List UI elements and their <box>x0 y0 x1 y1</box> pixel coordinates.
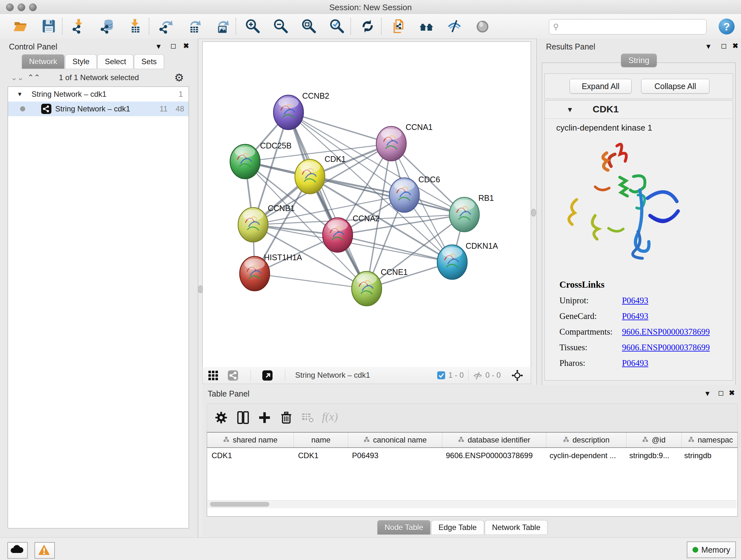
control-panel-close-icon[interactable]: ✖ <box>183 42 189 50</box>
edge-CCNB2-CCNE1[interactable] <box>288 112 367 289</box>
edge-CCNA2-CDKN1A[interactable] <box>338 235 452 262</box>
clone-network-icon[interactable] <box>391 18 406 34</box>
tab-sets[interactable]: Sets <box>134 54 164 69</box>
network-canvas[interactable]: CCNB2CCNA1CDC25BCDK1CDC6RB1CCNB1CCNA2CDK… <box>202 42 531 367</box>
crosslink-link[interactable]: 9606.ENSP00000378699 <box>622 327 710 337</box>
window-title: Session: New Session <box>0 3 741 12</box>
tab-network-table[interactable]: Network Table <box>485 520 548 535</box>
string-home-icon[interactable] <box>419 18 434 34</box>
save-session-icon[interactable] <box>41 18 56 34</box>
expand-all-button[interactable]: Expand All <box>569 79 631 94</box>
node-CCNB1[interactable] <box>238 207 268 242</box>
column-header-shared-name[interactable]: shared name <box>207 433 294 447</box>
open-folder-icon[interactable] <box>13 18 28 34</box>
table-horizontal-scrollbar[interactable] <box>207 500 737 508</box>
table-cell[interactable]: stringdb <box>684 451 711 460</box>
selected-checkbox-icon[interactable] <box>437 371 446 381</box>
network-row-selected[interactable]: String Network – cdk1 11 48 <box>8 102 189 116</box>
tab-select[interactable]: Select <box>97 54 133 69</box>
results-panel-close-icon[interactable]: ✖ <box>732 42 738 50</box>
column-header-label: name <box>311 435 330 444</box>
search-input[interactable] <box>561 22 706 32</box>
node-CDK1[interactable] <box>295 159 325 194</box>
collapse-all-button[interactable]: Collapse All <box>641 79 710 94</box>
export-table-icon[interactable] <box>186 18 202 34</box>
tab-network[interactable]: Network <box>22 54 64 69</box>
delete-column-trash-icon[interactable] <box>279 411 293 425</box>
import-network-icon[interactable] <box>71 18 87 34</box>
zoom-selected-icon[interactable] <box>329 18 345 34</box>
table-cell[interactable]: CDK1 <box>212 451 232 460</box>
column-header-canonical-name[interactable]: canonical name <box>348 433 442 447</box>
table-cell[interactable]: P06493 <box>352 451 379 460</box>
table-cell[interactable]: 9606.ENSP00000378699 <box>446 451 533 460</box>
node-CCNB2[interactable] <box>273 95 304 130</box>
results-panel-menu-icon[interactable]: ▼ <box>705 43 712 51</box>
export-network-icon[interactable] <box>158 18 174 34</box>
control-panel-float-icon[interactable]: ◻ <box>171 42 176 50</box>
left-splitter-handle[interactable] <box>198 286 203 293</box>
help-button[interactable]: ? <box>719 18 735 35</box>
node-CDC6[interactable] <box>389 178 419 212</box>
hidden-eye-icon[interactable] <box>473 371 483 382</box>
network-collection-row[interactable]: ▼ String Network – cdk1 1 <box>8 87 189 102</box>
import-database-icon[interactable] <box>99 18 115 34</box>
column-header-name[interactable]: name <box>294 433 348 447</box>
table-panel-float-icon[interactable]: ◻ <box>718 389 724 397</box>
node-RB1[interactable] <box>449 197 479 232</box>
table-panel-menu-icon[interactable]: ▼ <box>704 389 711 398</box>
crosslink-link[interactable]: 9606.ENSP00000378699 <box>622 343 710 353</box>
warning-button[interactable] <box>35 542 55 559</box>
table-cell[interactable]: cyclin-dependent ... <box>549 451 616 460</box>
node-CDC25B[interactable] <box>230 144 260 179</box>
node-CDKN1A[interactable] <box>437 245 467 279</box>
table-cell[interactable]: stringdb:9... <box>629 451 669 460</box>
collection-expander-icon[interactable]: ▼ <box>17 91 23 98</box>
tab-node-table[interactable]: Node Table <box>377 520 430 535</box>
collapse-entry-icon[interactable]: ▼ <box>566 106 574 114</box>
node-CCNA1[interactable] <box>376 126 406 161</box>
column-header-database-identifier[interactable]: database identifier <box>442 433 546 447</box>
scrollbar-thumb[interactable] <box>210 502 269 507</box>
tab-edge-table[interactable]: Edge Table <box>431 520 484 535</box>
column-header-namespac[interactable]: namespac <box>682 433 740 447</box>
column-header--id[interactable]: @id <box>626 433 682 447</box>
table-cell[interactable]: CDK1 <box>298 451 319 460</box>
refresh-icon[interactable] <box>360 18 375 34</box>
control-panel-menu-icon[interactable]: ▼ <box>155 43 162 51</box>
tab-string[interactable]: String <box>621 54 657 67</box>
show-columns-icon[interactable] <box>236 411 250 425</box>
hide-unhide-icon[interactable] <box>447 18 462 34</box>
preview-sphere-icon[interactable] <box>475 18 490 34</box>
crosslink-link[interactable]: P06493 <box>622 311 649 321</box>
toolbar-separator <box>350 18 351 35</box>
node-CCNE1[interactable] <box>352 271 382 306</box>
crosslink-link[interactable]: P06493 <box>622 296 649 306</box>
birdseye-grid-icon[interactable] <box>208 370 219 382</box>
edge-CCNB2-CCNA1[interactable] <box>288 112 391 144</box>
export-image-icon[interactable] <box>214 18 230 34</box>
node-CCNA2[interactable] <box>323 218 353 252</box>
table-panel-close-icon[interactable]: ✖ <box>729 389 735 397</box>
pan-crosshair-icon[interactable] <box>512 370 523 382</box>
right-splitter-handle[interactable] <box>531 209 536 216</box>
column-header-description[interactable]: description <box>546 433 626 447</box>
zoom-fit-icon[interactable] <box>301 18 317 34</box>
search-box[interactable]: ⚲ <box>549 19 706 35</box>
results-panel-float-icon[interactable]: ◻ <box>721 42 727 50</box>
zoom-out-icon[interactable] <box>273 18 288 34</box>
edge-HIST1H1A-CCNE1[interactable] <box>255 273 367 289</box>
crosslink-link[interactable]: P06493 <box>622 358 649 368</box>
add-column-icon[interactable] <box>258 411 272 425</box>
tab-style[interactable]: Style <box>65 54 97 69</box>
gear-icon[interactable]: ⚙ <box>174 71 184 84</box>
memory-button[interactable]: Memory <box>687 542 736 558</box>
open-in-window-icon[interactable] <box>262 370 273 382</box>
node-result-header[interactable]: ▼ CDK1 <box>545 101 733 119</box>
cloud-button[interactable] <box>7 542 28 559</box>
function-builder-icon: f(x) <box>322 410 338 423</box>
network-share-icon[interactable] <box>227 370 239 382</box>
zoom-in-icon[interactable] <box>245 18 260 34</box>
table-settings-gear-icon[interactable] <box>214 411 228 425</box>
import-table-icon[interactable] <box>128 18 143 34</box>
